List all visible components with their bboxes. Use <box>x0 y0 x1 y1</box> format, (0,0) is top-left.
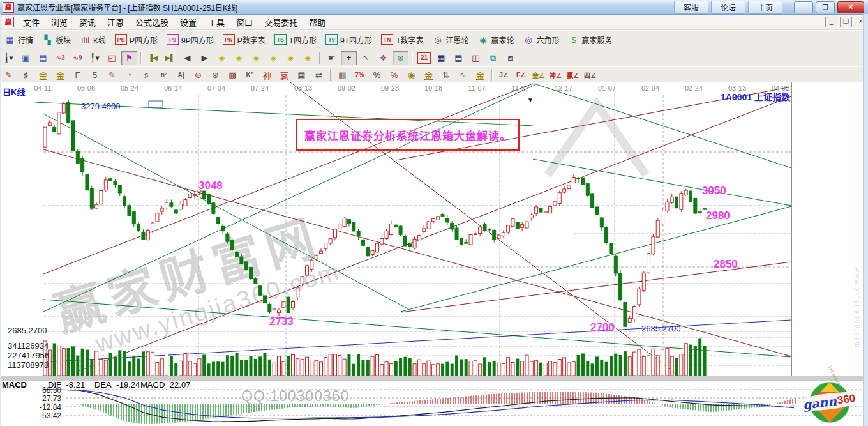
f-angle-icon[interactable]: F∠ <box>513 68 529 82</box>
titlebar-button-customer-service[interactable]: 客服 <box>674 1 708 14</box>
titlebar-button-homepage[interactable]: 主页 <box>748 1 782 14</box>
span-arrows-icon[interactable]: ⇄ <box>311 68 327 82</box>
compare-bars-icon[interactable]: ▥ <box>334 68 350 82</box>
chart-screen-icon[interactable]: ▣ <box>18 51 34 65</box>
f-lines-icon[interactable]: F <box>70 68 86 82</box>
calculator-icon[interactable]: ▦ <box>433 51 449 65</box>
child-minimize-button[interactable]: _ <box>825 17 837 27</box>
menu-window[interactable]: 窗口 <box>230 17 258 29</box>
gold-square-icon[interactable]: 金 <box>35 68 51 82</box>
percent-icon[interactable]: % <box>369 68 385 82</box>
restore-button[interactable]: ❐ <box>816 1 835 13</box>
toolbar-button-t-square[interactable]: TST四方形 <box>270 32 321 47</box>
grid-ruler-icon[interactable]: ♯ <box>18 68 34 82</box>
toolbar-button-winner-service[interactable]: $赢家服务 <box>564 32 617 47</box>
star-web-icon[interactable]: ⊛ <box>207 68 223 82</box>
notes-icon[interactable]: ▤ <box>451 51 467 65</box>
k-wave-icon[interactable]: K" <box>242 68 258 82</box>
save-icon[interactable]: ◫ <box>468 51 484 65</box>
calendar-21-icon[interactable]: 21 <box>417 52 431 64</box>
pointer-mark-icon[interactable]: ↖ <box>358 51 374 65</box>
toolbar-button-winner-wheel[interactable]: ◉赢家轮 <box>473 32 518 47</box>
toolbar-button-kline[interactable]: ılılK线 <box>75 32 110 47</box>
grid-123-icon[interactable]: ▦ <box>294 68 310 82</box>
time-circle-icon[interactable]: ◔ <box>121 68 137 82</box>
gann-box-annotation[interactable]: 赢家江恩证券分析系统江恩箱大盘解读。 <box>296 119 520 151</box>
first-page-icon[interactable]: ▐◀ <box>145 51 161 65</box>
ribbon-tool-icon[interactable]: ❖ <box>375 51 391 65</box>
gold-angle-icon[interactable]: 金∠ <box>530 68 546 82</box>
toolbar-separator <box>330 69 331 81</box>
red-pen-2-icon[interactable]: ✎ <box>104 68 120 82</box>
circle-gold-icon[interactable]: ◉ <box>403 68 419 82</box>
kline-style-dropdown-icon[interactable]: ╽▾ <box>1 51 17 65</box>
toolbar-button-sectors[interactable]: ▚板块 <box>38 32 75 47</box>
macd-pane[interactable]: MACD DIF=-8.21 DEA=-19.24 MACD=22.07 68.… <box>0 381 868 426</box>
spiral-5-icon[interactable]: 5 <box>87 68 103 82</box>
menu-help[interactable]: 帮助 <box>303 17 331 29</box>
diamond-expand-icon[interactable]: ◈ <box>248 51 264 65</box>
last-page-icon[interactable]: ▶▌ <box>162 51 178 65</box>
info-doc-icon[interactable]: ▤ <box>35 51 51 65</box>
toolbar-button-t-number-table[interactable]: TNT数字表 <box>377 32 428 47</box>
titlebar-button-forum[interactable]: 论坛 <box>711 1 745 14</box>
prev-page-icon[interactable]: ◀ <box>179 51 195 65</box>
single-candle-dropdown-icon[interactable]: ╿▾ <box>87 51 103 65</box>
gold-square-2-icon[interactable]: 金 <box>52 68 68 82</box>
menu-trade-order[interactable]: 交易委托 <box>258 17 303 29</box>
n-squared-icon[interactable]: n² <box>156 68 172 82</box>
percent-line-icon[interactable]: % <box>386 68 402 82</box>
wave-3-icon[interactable]: ∿3 <box>52 51 68 65</box>
diamond-right-icon[interactable]: ◈ <box>231 51 247 65</box>
toolbar-button-quotes[interactable]: ▦行情 <box>0 32 38 47</box>
red-pen-icon[interactable]: ✎ <box>1 68 17 82</box>
toolbar-button-p-square[interactable]: PSP四方形 <box>110 32 162 47</box>
menu-file[interactable]: 文件 <box>17 17 45 29</box>
web-grid-icon[interactable]: ▩ <box>225 68 241 82</box>
diamond-compress-icon[interactable]: ◈ <box>266 51 281 65</box>
four-angle-icon[interactable]: 四∠ <box>582 68 598 82</box>
hand-tool-icon[interactable]: ☛ <box>324 51 340 65</box>
next-page-icon[interactable]: ▶ <box>197 51 213 65</box>
shen-tool-icon[interactable]: 神 <box>259 68 275 82</box>
crosshair-tool-icon[interactable]: + <box>341 51 357 65</box>
brush-vertical-icon[interactable]: ⇅ <box>438 68 454 82</box>
child-restore-button[interactable]: ❐ <box>840 17 852 27</box>
toolbar-button-p-number-table[interactable]: PNP数字表 <box>218 32 270 47</box>
wave-a-icon[interactable]: ∿ <box>455 68 471 82</box>
a-divider-icon[interactable]: A| <box>173 68 189 82</box>
shen-angle-icon[interactable]: 神∠ <box>548 68 564 82</box>
toolbar-button-gann-wheel[interactable]: ◎江恩轮 <box>428 32 473 47</box>
seven-percent-icon[interactable]: 7% <box>352 68 368 82</box>
j-angle-icon[interactable]: J∠ <box>496 68 512 82</box>
date-tick-07-24: 07-24 <box>251 84 269 92</box>
menu-settings[interactable]: 设置 <box>174 17 202 29</box>
ying-angle-icon[interactable]: 赢∠ <box>565 68 581 82</box>
ying-tool-icon[interactable]: 赢 <box>276 68 292 82</box>
irregular-shape-icon[interactable]: ◰ <box>104 51 120 65</box>
menu-news[interactable]: 资讯 <box>73 17 101 29</box>
diamond-center-icon[interactable]: ◈ <box>283 51 299 65</box>
gold-lines-icon[interactable]: 金 <box>421 68 437 82</box>
menu-browse[interactable]: 浏览 <box>45 17 73 29</box>
diamond-updown-icon[interactable]: ◈ <box>300 51 316 65</box>
toolbar-button-9t-square[interactable]: T99T四方形 <box>321 32 377 47</box>
menu-gann[interactable]: 江恩 <box>101 17 130 29</box>
remote-pc-icon[interactable]: ⧈ <box>502 51 518 65</box>
color-flag-icon[interactable]: ⚑ <box>121 51 137 65</box>
p-number-table-label: P数字表 <box>237 34 266 45</box>
toolbar-button-9p-square[interactable]: P99P四方形 <box>162 32 218 47</box>
brain-tool-icon[interactable]: ⊛ <box>393 51 408 65</box>
menu-formula-stock-pick[interactable]: 公式选股 <box>130 17 174 29</box>
hatch-icon[interactable]: ♯ <box>138 68 154 82</box>
gold-base-icon[interactable]: 金 <box>472 68 488 82</box>
wave-9-icon[interactable]: ∿9 <box>70 51 86 65</box>
minimize-button[interactable]: – <box>794 1 813 13</box>
diamond-left-icon[interactable]: ◈ <box>214 51 230 65</box>
menu-tools[interactable]: 工具 <box>202 17 230 29</box>
circle-cross-icon[interactable]: ⊕ <box>190 68 206 82</box>
close-button[interactable]: × <box>837 1 864 13</box>
toolbar-button-hexagon[interactable]: ◎六角形 <box>519 32 564 47</box>
kline-chart-area[interactable]: 赢家财富网 www.yingjia360.com QQ:100300360 ww… <box>0 82 863 376</box>
multi-screen-icon[interactable]: ⧉ <box>485 51 501 65</box>
